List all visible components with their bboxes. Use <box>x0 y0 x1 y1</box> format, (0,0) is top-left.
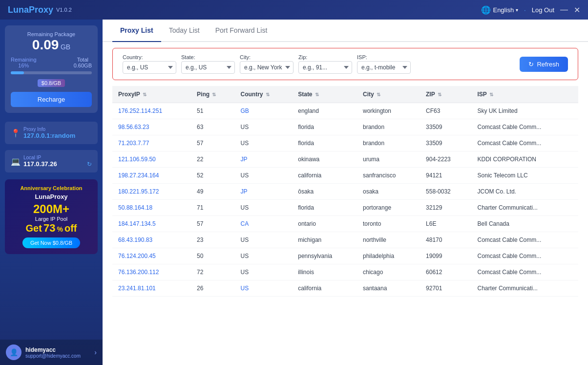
recharge-button[interactable]: Recharge <box>11 92 92 107</box>
isp-select[interactable]: e.g., t-mobile <box>357 61 411 74</box>
cell-state: ōsaka <box>292 184 357 200</box>
cell-isp: Charter Communicati... <box>472 280 578 297</box>
logout-button[interactable]: Log Out <box>532 6 554 14</box>
sort-icon-city[interactable]: ⇅ <box>377 92 380 97</box>
cell-city: chicago <box>357 264 420 280</box>
state-filter-group: State: e.g., US <box>181 54 235 74</box>
proxyip-link[interactable]: 121.106.59.50 <box>118 156 156 163</box>
col-zip: ZIP ⇅ <box>420 86 472 103</box>
cell-zip: 19099 <box>420 248 472 264</box>
cell-proxyip: 76.124.200.45 <box>112 248 191 264</box>
isp-filter-group: ISP: e.g., t-mobile <box>357 54 411 74</box>
app-version: V1.0.2 <box>56 7 72 13</box>
cell-city: sanfrancisco <box>357 168 420 184</box>
language-label: English <box>493 6 514 14</box>
zip-select[interactable]: e.g., 91... <box>298 61 352 74</box>
cell-country: US <box>235 119 293 135</box>
tab-proxy-list[interactable]: Proxy List <box>112 20 161 42</box>
proxyip-link[interactable]: 184.147.134.5 <box>118 220 156 227</box>
sort-icon-state[interactable]: ⇅ <box>315 92 319 97</box>
main-content: Proxy List Today List Port Forward List … <box>103 20 588 365</box>
cell-city: workington <box>357 103 420 119</box>
cell-state: okinawa <box>292 151 357 168</box>
proxyip-link[interactable]: 50.88.164.18 <box>118 204 152 211</box>
table-row: 176.252.114.251 51 GB england workington… <box>112 103 578 119</box>
chevron-right-icon[interactable]: › <box>94 348 97 356</box>
refresh-ip-icon[interactable]: ↻ <box>87 161 92 168</box>
cell-ping: 72 <box>191 264 234 280</box>
state-select[interactable]: e.g., US <box>181 61 235 74</box>
promo-title: Anniversary Celebration <box>11 185 92 191</box>
tab-today-list[interactable]: Today List <box>161 20 208 42</box>
total-label: Total <box>74 57 92 63</box>
promo-cta-button[interactable]: Get Now $0.8/GB <box>22 237 80 248</box>
tab-bar: Proxy List Today List Port Forward List <box>103 20 588 42</box>
cell-city: portorange <box>357 200 420 216</box>
package-unit: GB <box>61 43 70 51</box>
table-row: 98.56.63.23 63 US florida brandon 33509 … <box>112 119 578 135</box>
cell-ping: 52 <box>191 168 234 184</box>
proxyip-link[interactable]: 180.221.95.172 <box>118 188 159 195</box>
cell-zip: CF63 <box>420 103 472 119</box>
promo-off: % <box>57 225 63 233</box>
header-right: 🌐 English ▾ · Log Out — ✕ <box>481 5 580 15</box>
proxyip-link[interactable]: 68.43.190.83 <box>118 236 152 243</box>
username: hidemyacc <box>25 346 90 353</box>
table-row: 76.136.200.112 72 US illinois chicago 60… <box>112 264 578 280</box>
tab-port-forward[interactable]: Port Forward List <box>208 20 275 42</box>
table-row: 198.27.234.164 52 US california sanfranc… <box>112 168 578 184</box>
cell-ping: 49 <box>191 184 234 200</box>
proxyip-link[interactable]: 76.136.200.112 <box>118 269 159 276</box>
city-filter-group: City: e.g., New York <box>240 54 294 74</box>
local-ip-label: Local IP <box>23 155 92 160</box>
table-row: 23.241.81.101 26 US california santaana … <box>112 280 578 297</box>
cell-proxyip: 180.221.95.172 <box>112 184 191 200</box>
cell-state: ontario <box>292 216 357 232</box>
city-select[interactable]: e.g., New York <box>240 61 294 74</box>
zip-filter-group: Zip: e.g., 91... <box>298 54 352 74</box>
cell-city: uruma <box>357 151 420 168</box>
proxyip-link[interactable]: 198.27.234.164 <box>118 172 159 179</box>
cell-proxyip: 98.56.63.23 <box>112 119 191 135</box>
proxyip-link[interactable]: 76.124.200.45 <box>118 253 156 259</box>
refresh-button[interactable]: ↻ Refresh <box>520 57 568 72</box>
cell-state: england <box>292 103 357 119</box>
city-label: City: <box>240 54 294 60</box>
cell-city: brandon <box>357 119 420 135</box>
table-row: 50.88.164.18 71 US florida portorange 32… <box>112 200 578 216</box>
col-country: Country ⇅ <box>235 86 293 103</box>
cell-city: philadelphia <box>357 248 420 264</box>
cell-city: northville <box>357 232 420 248</box>
cell-state: california <box>292 280 357 297</box>
proxyip-link[interactable]: 23.241.81.101 <box>118 285 156 292</box>
user-bar: 👤 hidemyacc support@hidemyacc.com › <box>0 340 103 365</box>
cell-proxyip: 23.241.81.101 <box>112 280 191 297</box>
language-selector[interactable]: 🌐 English ▾ <box>481 5 518 15</box>
table-row: 180.221.95.172 49 JP ōsaka osaka 558-003… <box>112 184 578 200</box>
promo-logo: LunaProxy <box>11 193 92 200</box>
proxyip-link[interactable]: 98.56.63.23 <box>118 124 149 130</box>
sort-icon-ping[interactable]: ⇅ <box>212 92 216 97</box>
proxyip-link[interactable]: 71.203.7.77 <box>118 140 149 147</box>
remaining-pct: 16% <box>11 63 37 68</box>
cell-zip: L6E <box>420 216 472 232</box>
price-badge: $0.8/GB <box>38 79 65 87</box>
cell-country: JP <box>235 151 293 168</box>
language-icon: 🌐 <box>481 5 491 15</box>
cell-isp: Sonic Telecom LLC <box>472 168 578 184</box>
proxyip-link[interactable]: 176.252.114.251 <box>118 107 162 114</box>
cell-state: florida <box>292 135 357 151</box>
sort-icon-country[interactable]: ⇅ <box>266 92 270 97</box>
package-label: Remaining Package <box>11 31 92 37</box>
cell-country: US <box>235 248 293 264</box>
sort-icon-isp[interactable]: ⇅ <box>489 92 493 97</box>
minimize-button[interactable]: — <box>560 5 568 14</box>
main-layout: Remaining Package 0.09 GB Remaining 16% … <box>0 20 588 365</box>
country-select[interactable]: e.g., US <box>123 61 176 74</box>
cell-country: US <box>235 280 293 297</box>
proxy-table: ProxyIP ⇅ Ping ⇅ Country ⇅ State ⇅ City … <box>112 86 578 297</box>
close-button[interactable]: ✕ <box>574 5 580 15</box>
sort-icon-proxyip[interactable]: ⇅ <box>143 92 147 97</box>
progress-bar <box>11 71 92 74</box>
sort-icon-zip[interactable]: ⇅ <box>438 92 441 97</box>
